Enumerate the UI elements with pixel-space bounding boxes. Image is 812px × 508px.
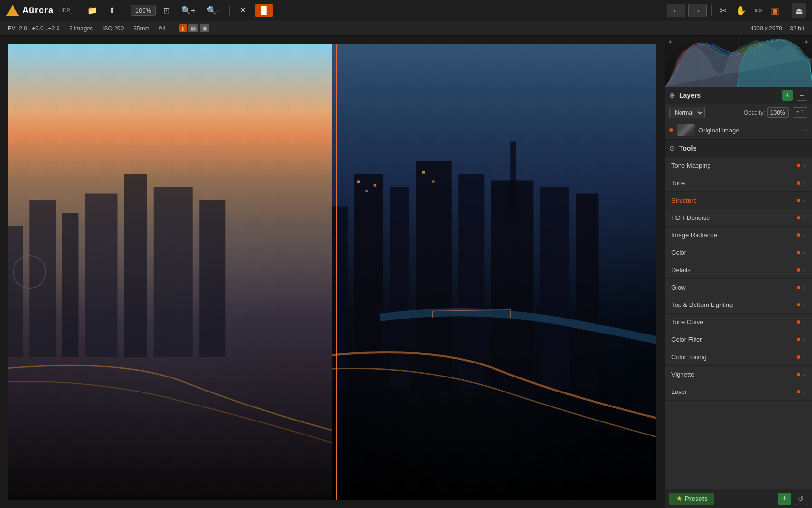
svg-rect-1 xyxy=(8,226,23,357)
svg-rect-18 xyxy=(357,181,360,183)
compare-btn-side[interactable]: ▤ xyxy=(188,24,198,32)
zoom-out-icon: 🔍- xyxy=(207,6,219,15)
tool-dot-glow xyxy=(797,286,800,289)
tool-item-structure[interactable]: Structure › xyxy=(665,192,812,209)
undo-button[interactable]: ← xyxy=(667,4,685,17)
tool-arrow-color-toning: › xyxy=(803,354,805,361)
export-button[interactable]: ⏏ xyxy=(792,3,806,18)
svg-rect-5 xyxy=(124,174,147,357)
tool-dot-vignette xyxy=(797,373,800,376)
add-layer-button[interactable]: + xyxy=(782,90,793,101)
zoom-out-button[interactable]: 🔍- xyxy=(203,4,223,17)
tool-item-tone-mapping[interactable]: Tone Mapping › xyxy=(665,157,812,174)
tool-item-image-radiance[interactable]: Image Radiance › xyxy=(665,227,812,244)
before-image xyxy=(8,44,332,500)
tool-name-tone-mapping: Tone Mapping xyxy=(671,162,797,169)
right-panel: ▲ ▲ xyxy=(664,36,812,508)
tool-item-color-toning[interactable]: Color Toning › xyxy=(665,348,812,366)
images-info: 3 images xyxy=(69,25,93,32)
tool-arrow-layer: › xyxy=(803,389,805,395)
svg-rect-6 xyxy=(154,187,193,357)
tool-dot-tone-curve xyxy=(797,320,800,324)
city-svg-left xyxy=(8,44,332,500)
share-button[interactable]: ⬆ xyxy=(105,4,119,17)
layer-dot xyxy=(669,128,673,132)
tool-item-glow[interactable]: Glow › xyxy=(665,279,812,296)
svg-rect-2 xyxy=(29,200,56,357)
add-preset-button[interactable]: + xyxy=(778,493,791,505)
app-badge: HDR xyxy=(58,7,72,14)
zoom-fit-button[interactable]: ⊡ xyxy=(160,4,174,17)
tool-arrow-details: › xyxy=(803,267,805,274)
layer-options-button[interactable]: ⋯ xyxy=(801,127,807,133)
layers-header: ⊕ Layers + − xyxy=(665,87,812,104)
svg-rect-24 xyxy=(508,181,519,220)
opacity-control: Opacity: 100% xyxy=(744,107,789,118)
svg-rect-20 xyxy=(374,184,376,186)
main-area: ▲ ▲ xyxy=(0,36,812,508)
layer-list-button[interactable]: ≡ ˅ xyxy=(793,107,807,118)
layers-controls: Normal Opacity: 100% ≡ ˅ xyxy=(665,104,812,121)
tool-arrow-image-radiance: › xyxy=(803,232,805,239)
canvas-area[interactable] xyxy=(0,36,664,508)
layers-tool-button[interactable]: ▣ xyxy=(768,3,782,18)
tool-arrow-color: › xyxy=(803,249,805,256)
tool-dot-color-toning xyxy=(797,355,800,359)
tool-item-color-filter[interactable]: Color Filter › xyxy=(665,331,812,348)
zoom-in-button[interactable]: 🔍+ xyxy=(177,4,199,17)
remove-layer-button[interactable]: − xyxy=(797,90,807,101)
redo-button[interactable]: → xyxy=(688,4,707,17)
brush-tool-button[interactable]: ✏ xyxy=(752,3,765,18)
layer-thumbnail xyxy=(677,124,695,136)
hand-tool-button[interactable]: ✋ xyxy=(733,3,749,18)
blend-mode-select[interactable]: Normal xyxy=(669,107,705,118)
tool-item-details[interactable]: Details › xyxy=(665,261,812,279)
folder-icon: 📁 xyxy=(87,6,97,15)
tool-arrow-top-bottom-lighting: › xyxy=(803,302,805,308)
compare-btn-split[interactable]: || xyxy=(179,24,187,32)
tool-item-hdr-denoise[interactable]: HDR Denoise › xyxy=(665,209,812,227)
bitdepth-info: 32-bit xyxy=(790,25,804,32)
presets-button[interactable]: ★ Presets xyxy=(669,493,714,505)
eye-button[interactable]: 👁 xyxy=(235,4,251,17)
tool-arrow-hdr-denoise: › xyxy=(803,215,805,221)
zoom-in-icon: 🔍+ xyxy=(181,6,195,15)
separator-2 xyxy=(229,5,230,16)
scissors-button[interactable]: ✂ xyxy=(717,3,730,18)
export-icon: ⏏ xyxy=(795,6,803,15)
opacity-label: Opacity: xyxy=(744,109,765,116)
share-icon: ⬆ xyxy=(109,6,115,15)
zoom-display[interactable]: 100% xyxy=(131,5,156,16)
tool-item-layer[interactable]: Layer › xyxy=(665,383,812,401)
tool-arrow-tone-curve: › xyxy=(803,319,805,326)
tools-section: ⊙ Tools Tone Mapping › Tone › Structure … xyxy=(665,140,812,489)
tool-name-tone: Tone xyxy=(671,179,797,187)
tool-item-vignette[interactable]: Vignette › xyxy=(665,366,812,383)
split-divider[interactable] xyxy=(336,44,337,500)
open-file-button[interactable]: 📁 xyxy=(84,4,101,17)
tool-item-color[interactable]: Color › xyxy=(665,244,812,261)
tool-name-details: Details xyxy=(671,266,797,274)
undo-icon: ← xyxy=(672,6,680,15)
tool-item-tone[interactable]: Tone › xyxy=(665,174,812,192)
compare-split-button[interactable]: ▐▌ xyxy=(255,4,274,17)
tool-dot-color xyxy=(797,251,800,254)
compare-btn-grid[interactable]: ▦ xyxy=(200,24,209,32)
tool-dot-tone-mapping xyxy=(797,164,800,167)
layer-item-original[interactable]: Original Image ⋯ xyxy=(665,121,812,139)
svg-rect-14 xyxy=(458,174,484,390)
focal-info: 35mm xyxy=(133,25,149,32)
layers-icon: ▣ xyxy=(771,6,779,15)
separator-3 xyxy=(711,5,712,16)
tool-dot-top-bottom-lighting xyxy=(797,303,800,306)
eye-icon: 👁 xyxy=(239,6,247,15)
logo-area: Aūrora HDR xyxy=(6,5,72,16)
presets-label: Presets xyxy=(685,495,708,502)
tool-item-top-bottom-lighting[interactable]: Top & Bottom Lighting › xyxy=(665,296,812,314)
tool-item-tone-curve[interactable]: Tone Curve › xyxy=(665,314,812,331)
opacity-value[interactable]: 100% xyxy=(767,107,789,118)
aperture-info: f/4 xyxy=(159,25,165,32)
svg-rect-7 xyxy=(199,200,225,357)
tool-arrow-glow: › xyxy=(803,284,805,291)
refresh-button[interactable]: ↺ xyxy=(795,493,807,505)
